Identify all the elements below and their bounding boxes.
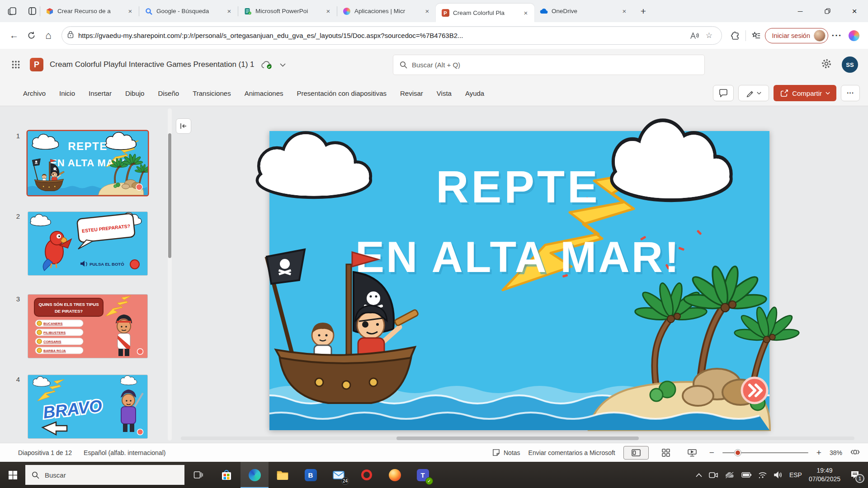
notification-center-icon[interactable]: 1 bbox=[847, 465, 863, 485]
app-launcher-icon[interactable] bbox=[5, 54, 26, 75]
zoom-level[interactable]: 38% bbox=[830, 449, 842, 456]
slide-counter[interactable]: Diapositiva 1 de 12 bbox=[18, 449, 72, 456]
sign-in-button[interactable]: Iniciar sesión bbox=[765, 28, 828, 43]
tab-close-icon[interactable]: × bbox=[323, 6, 333, 16]
tab-close-icon[interactable]: × bbox=[422, 6, 432, 16]
scrollbar-thumb[interactable] bbox=[396, 436, 639, 440]
favorite-star-icon[interactable]: ☆ bbox=[702, 28, 716, 43]
browser-tab-aplicaciones[interactable]: Aplicaciones | Micr × bbox=[337, 0, 436, 22]
zoom-slider[interactable] bbox=[722, 448, 808, 457]
read-aloud-icon[interactable] bbox=[687, 28, 702, 43]
taskbar-clock[interactable]: 19:49 07/06/2025 bbox=[809, 466, 840, 483]
opera-icon[interactable] bbox=[353, 462, 381, 488]
bing-icon[interactable]: B bbox=[297, 462, 325, 488]
tab-close-icon[interactable]: × bbox=[619, 6, 629, 16]
canvas-horizontal-scrollbar[interactable] bbox=[181, 436, 854, 440]
zoom-in-button[interactable]: + bbox=[816, 448, 821, 458]
ribbon-tab-transiciones[interactable]: Transiciones bbox=[186, 86, 237, 101]
slide-thumbnail-4[interactable]: BRAVO bbox=[28, 375, 148, 439]
copilot-icon[interactable] bbox=[845, 27, 863, 44]
browser-tab-google-search[interactable]: Google - Búsqueda × bbox=[139, 0, 238, 22]
comments-button[interactable] bbox=[713, 85, 734, 101]
ribbon-tab-diseno[interactable]: Diseño bbox=[151, 86, 186, 101]
slide-thumbnail-3[interactable]: QUINS SÓN ELS TRES TIPUS DE PIRATES? BUC… bbox=[28, 294, 148, 358]
workspaces-icon[interactable] bbox=[5, 4, 20, 19]
fit-to-window-button[interactable] bbox=[850, 448, 860, 457]
close-window-button[interactable]: × bbox=[841, 0, 868, 22]
tab-close-icon[interactable]: × bbox=[521, 8, 531, 18]
next-button[interactable] bbox=[742, 378, 767, 403]
hidden-icons-chevron[interactable] bbox=[696, 473, 702, 477]
ribbon-more-button[interactable]: ··· bbox=[841, 85, 860, 101]
tab-close-icon[interactable]: × bbox=[125, 6, 135, 16]
minimize-button[interactable]: ─ bbox=[787, 0, 814, 22]
ribbon-tab-inicio[interactable]: Inicio bbox=[52, 86, 82, 101]
onedrive-tray-icon[interactable] bbox=[725, 472, 735, 479]
browser-tab-crear-recurso[interactable]: Crear Recurso de a × bbox=[40, 0, 139, 22]
editing-mode-button[interactable] bbox=[738, 85, 769, 101]
ribbon-tab-archivo[interactable]: Archivo bbox=[16, 86, 52, 101]
mail-icon[interactable]: 24 bbox=[325, 462, 353, 488]
wifi-icon[interactable] bbox=[758, 471, 767, 479]
notes-button[interactable]: Notas bbox=[492, 449, 520, 456]
ribbon-tab-presentacion[interactable]: Presentación con diapositivas bbox=[290, 86, 393, 101]
taskbar-search-input[interactable] bbox=[45, 471, 178, 479]
thumbnail-scrollbar[interactable] bbox=[168, 108, 172, 441]
new-tab-button[interactable]: + bbox=[636, 4, 651, 19]
address-bar[interactable]: https://gvaedu-my.sharepoint.com/:p:/r/p… bbox=[61, 26, 722, 45]
saved-to-cloud-icon[interactable] bbox=[261, 61, 273, 69]
scrollbar-thumb[interactable] bbox=[168, 133, 171, 258]
favorites-hub-icon[interactable] bbox=[748, 27, 765, 44]
document-title[interactable]: Cream Colorful Playful Interactive Games… bbox=[50, 60, 255, 69]
ribbon-tab-ayuda[interactable]: Ayuda bbox=[458, 86, 491, 101]
keyboard-language[interactable]: ESP bbox=[789, 471, 802, 479]
ribbon-tab-revisar[interactable]: Revisar bbox=[393, 86, 430, 101]
zoom-out-button[interactable]: − bbox=[709, 448, 714, 458]
title-chevron-down-icon[interactable] bbox=[280, 61, 286, 69]
battery-icon[interactable] bbox=[741, 472, 751, 478]
account-avatar[interactable]: SS bbox=[842, 56, 858, 73]
extensions-icon[interactable] bbox=[726, 27, 744, 44]
firefox-icon[interactable] bbox=[381, 462, 409, 488]
teams-icon[interactable]: T ✓ bbox=[409, 462, 437, 488]
header-right: SS bbox=[821, 49, 868, 80]
search-input[interactable] bbox=[412, 61, 698, 69]
zoom-slider-knob[interactable] bbox=[734, 449, 741, 456]
slideshow-view-button[interactable] bbox=[683, 446, 701, 460]
meet-now-icon[interactable] bbox=[709, 472, 718, 479]
browser-settings-icon[interactable]: ··· bbox=[828, 27, 845, 44]
home-button[interactable]: ⌂ bbox=[40, 27, 57, 44]
task-view-button[interactable] bbox=[184, 462, 212, 488]
file-explorer-icon[interactable] bbox=[269, 462, 297, 488]
browser-tab-cream-colorful-active[interactable]: P Cream Colorful Pla × bbox=[436, 4, 534, 22]
slide-illustration[interactable]: REPTE REPTE EN ALTA MAR! EN ALTA MAR! bbox=[233, 117, 806, 435]
tab-close-icon[interactable]: × bbox=[224, 6, 234, 16]
ribbon-tab-animaciones[interactable]: Animaciones bbox=[238, 86, 290, 101]
restore-button[interactable] bbox=[814, 0, 841, 22]
slide-thumbnail-1[interactable]: REPTE EN ALTA MAR! bbox=[28, 131, 148, 195]
powerpoint-logo[interactable]: P bbox=[30, 58, 43, 71]
settings-gear-icon[interactable] bbox=[821, 58, 832, 71]
browser-tab-onedrive[interactable]: OneDrive × bbox=[534, 0, 633, 22]
feedback-link[interactable]: Enviar comentarios a Microsoft bbox=[528, 449, 615, 456]
slide-sorter-view-button[interactable] bbox=[657, 446, 675, 460]
start-button[interactable] bbox=[0, 462, 25, 488]
taskbar-search-box[interactable] bbox=[25, 465, 184, 485]
refresh-button[interactable] bbox=[23, 27, 40, 44]
slide-thumbnail-2[interactable]: ESTEU PREPARATS? PULSA EL BOTÓ bbox=[28, 211, 148, 276]
browser-tab-microsoft-powerpoint[interactable]: Microsoft PowerPoi × bbox=[238, 0, 337, 22]
share-button[interactable]: Compartir bbox=[774, 85, 836, 101]
microsoft-store-icon[interactable] bbox=[212, 462, 241, 488]
ribbon-tab-vista[interactable]: Vista bbox=[430, 86, 458, 101]
ribbon-tab-insertar[interactable]: Insertar bbox=[82, 86, 118, 101]
volume-icon[interactable] bbox=[774, 471, 783, 479]
ppt-search-box[interactable] bbox=[393, 55, 705, 75]
normal-view-button[interactable] bbox=[623, 446, 649, 460]
language-status[interactable]: Español (alfab. internacional) bbox=[84, 449, 165, 456]
back-button[interactable]: ← bbox=[5, 27, 23, 44]
ribbon-tab-dibujo[interactable]: Dibujo bbox=[118, 86, 151, 101]
url-text[interactable]: https://gvaedu-my.sharepoint.com/:p:/r/p… bbox=[78, 32, 687, 39]
tab-actions-icon[interactable] bbox=[24, 4, 40, 19]
collapse-panel-button[interactable] bbox=[176, 118, 191, 134]
edge-taskbar-icon[interactable] bbox=[241, 462, 269, 488]
